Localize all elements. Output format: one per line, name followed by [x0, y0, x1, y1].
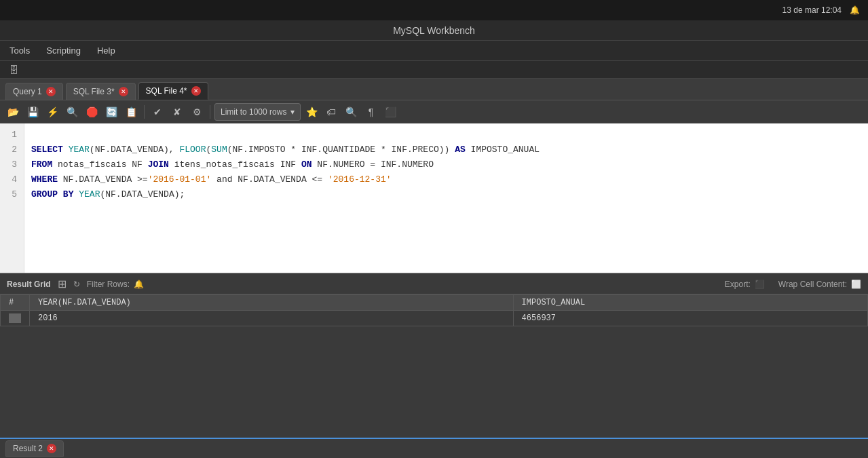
editor-wrapper: 1 2 3 4 5 SELECT YEAR(NF.DATA_VENDA), FL… [0, 123, 868, 273]
datetime-label: 13 de mar 12:04 [782, 5, 842, 15]
result-grid-label: Result Grid [7, 280, 51, 289]
system-bar: 13 de mar 12:04 🔔 [0, 0, 868, 20]
settings-btn[interactable]: ⚙ [188, 103, 206, 121]
icon-sub-bar: 🗄 [0, 61, 868, 79]
row-num [1, 311, 30, 326]
line-numbers: 1 2 3 4 5 [0, 123, 24, 273]
result-panel: Result Grid ⊞ ↻ Filter Rows: 🔔 Export: ⬛… [0, 273, 868, 458]
save-btn[interactable]: 💾 [24, 103, 41, 121]
table-row: 2016 4656937 [1, 311, 868, 326]
tab-sqlfile3-close[interactable]: ✕ [119, 87, 128, 96]
schema-btn[interactable]: 📋 [122, 103, 140, 121]
menu-help[interactable]: Help [94, 43, 118, 58]
limit-label: Limit to 1000 rows [221, 107, 286, 117]
export-btn[interactable]: ⬛ [381, 103, 399, 121]
export-icon[interactable]: ⬛ [755, 280, 765, 289]
result-grid: # YEAR(NF.DATA_VENDA) IMPOSTO_ANUAL 2016… [0, 294, 868, 458]
result2-tab-label: Result 2 [13, 444, 43, 453]
result-table: # YEAR(NF.DATA_VENDA) IMPOSTO_ANUAL 2016… [0, 294, 868, 326]
export-section: Export: ⬛ [725, 280, 765, 289]
result2-tab[interactable]: Result 2 ✕ [5, 440, 64, 457]
tab-sqlfile3-label: SQL File 3* [73, 87, 115, 96]
tab-query1-close[interactable]: ✕ [46, 87, 56, 96]
check-btn[interactable]: ✔ [149, 103, 166, 121]
execute-btn[interactable]: ⚡ [43, 103, 61, 121]
wrap-cell-label: Wrap Cell Content: [778, 280, 847, 289]
wrap-icon[interactable]: ⬜ [851, 280, 861, 289]
search-btn[interactable]: 🔍 [342, 103, 360, 121]
menu-bar: Tools Scripting Help [0, 41, 868, 61]
cell-imposto: 4656937 [513, 311, 867, 326]
limit-dropdown[interactable]: Limit to 1000 rows ▾ [214, 103, 301, 121]
wrap-section: Wrap Cell Content: ⬜ [778, 280, 861, 289]
bottom-tabs: Result 2 ✕ [0, 438, 868, 458]
menu-scripting[interactable]: Scripting [43, 43, 83, 58]
menu-tools[interactable]: Tools [7, 43, 33, 58]
tab-sqlfile4[interactable]: SQL File 4* ✕ [138, 82, 208, 100]
export-label: Export: [725, 280, 751, 289]
tab-query1-label: Query 1 [13, 87, 42, 96]
filter-rows-label: Filter Rows: [87, 280, 130, 289]
paragraph-btn[interactable]: ¶ [362, 103, 379, 121]
cancel-btn[interactable]: ✘ [168, 103, 186, 121]
code-content[interactable]: SELECT YEAR(NF.DATA_VENDA), FLOOR(SUM(NF… [24, 123, 868, 273]
app-title: MySQL Workbench [393, 25, 475, 36]
open-folder-btn[interactable]: 📂 [4, 103, 22, 121]
refresh-icon[interactable]: ↻ [73, 280, 80, 289]
toolbar-separator2 [210, 105, 210, 119]
toolbar: 📂 💾 ⚡ 🔍 🛑 🔄 📋 ✔ ✘ ⚙ Limit to 1000 rows ▾… [0, 100, 868, 123]
grid-icon: ⊞ [58, 278, 67, 290]
tab-query1[interactable]: Query 1 ✕ [5, 83, 63, 100]
app-title-bar: MySQL Workbench [0, 20, 868, 41]
filter-rows-section: Filter Rows: 🔔 [87, 280, 144, 289]
bell-icon: 🔔 [850, 5, 860, 15]
tab-sqlfile3[interactable]: SQL File 3* ✕ [66, 83, 136, 100]
tab-sqlfile4-label: SQL File 4* [146, 86, 187, 96]
tabs-bar: Query 1 ✕ SQL File 3* ✕ SQL File 4* ✕ [0, 79, 868, 100]
stop-btn[interactable]: 🛑 [83, 103, 100, 121]
star-btn[interactable]: ⭐ [303, 103, 320, 121]
refresh-btn[interactable]: 🔄 [102, 103, 120, 121]
tag-btn[interactable]: 🏷 [322, 103, 340, 121]
chevron-down-icon: ▾ [290, 107, 295, 117]
result-toolbar: Result Grid ⊞ ↻ Filter Rows: 🔔 Export: ⬛… [0, 274, 868, 294]
filter-icon[interactable]: 🔔 [134, 280, 144, 289]
col-header-imposto: IMPOSTO_ANUAL [513, 295, 867, 311]
toolbar-separator [144, 105, 145, 119]
sub-icon[interactable]: 🗄 [7, 63, 20, 77]
editor-area[interactable]: 1 2 3 4 5 SELECT YEAR(NF.DATA_VENDA), FL… [0, 123, 868, 273]
tab-sqlfile4-close[interactable]: ✕ [191, 86, 201, 96]
result2-tab-close[interactable]: ✕ [47, 444, 56, 453]
cell-year: 2016 [30, 311, 514, 326]
main-layout: 1 2 3 4 5 SELECT YEAR(NF.DATA_VENDA), FL… [0, 123, 868, 458]
col-header-year: YEAR(NF.DATA_VENDA) [30, 295, 514, 311]
col-header-num: # [1, 295, 30, 311]
explain-btn[interactable]: 🔍 [63, 103, 81, 121]
